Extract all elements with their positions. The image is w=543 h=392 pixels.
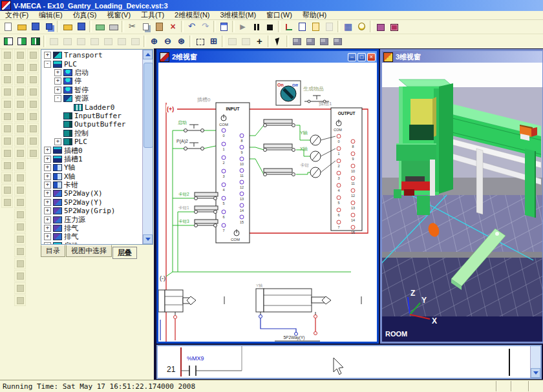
palette-tool-icon[interactable] — [1, 86, 13, 98]
palette-tool-icon[interactable] — [14, 61, 26, 73]
window-cascade-icon[interactable] — [290, 36, 304, 48]
scroll-up-icon[interactable] — [143, 50, 153, 59]
scroll-down-icon[interactable] — [143, 234, 153, 244]
pause-icon[interactable] — [250, 21, 263, 33]
menu-item-5[interactable]: 2维模型(N) — [169, 10, 215, 20]
menu-item-6[interactable]: 3维模型(M) — [215, 10, 262, 20]
tree-item-17[interactable]: +5P2Way(Y) — [41, 198, 143, 207]
help-book-icon[interactable] — [387, 21, 401, 33]
palette-tool-icon[interactable] — [14, 270, 26, 282]
palette-tool-icon[interactable] — [1, 61, 13, 73]
tree-expander-icon[interactable]: + — [54, 138, 61, 145]
tree-expander-icon[interactable]: + — [44, 173, 51, 180]
palette-tool-icon[interactable] — [14, 294, 26, 306]
palette-tool-icon[interactable] — [14, 258, 26, 269]
ladder-scroll-down-icon[interactable] — [531, 368, 540, 378]
palette-tool-icon[interactable] — [27, 110, 39, 122]
tree-item-13[interactable]: +Y轴 — [41, 163, 143, 172]
grid-table-icon[interactable]: ▦ — [341, 21, 355, 33]
tree-item-21[interactable]: +排气 — [41, 232, 143, 241]
select-rect-icon[interactable] — [193, 36, 207, 48]
tree-item-11[interactable]: +插槽0 — [41, 146, 143, 154]
menu-item-1[interactable]: 编辑(E) — [34, 10, 68, 20]
tree-item-1[interactable]: -PLC — [41, 59, 143, 68]
undo-icon[interactable]: ↶ — [185, 21, 198, 33]
zoom-in-icon[interactable]: ⊕ — [147, 36, 161, 48]
ladder-scrollbar[interactable] — [530, 346, 540, 378]
play-icon[interactable]: ▶ — [236, 21, 250, 33]
tree-item-12[interactable]: +插槽1 — [41, 155, 143, 163]
tree-item-2[interactable]: +启动 — [41, 68, 143, 77]
open-icon[interactable] — [15, 21, 28, 33]
window-2d-titlebar[interactable]: 2维视窗 – □ × — [158, 51, 377, 63]
save-all-icon[interactable] — [42, 21, 56, 33]
tree-expander-icon[interactable]: + — [44, 147, 51, 154]
tree-tab-0[interactable]: 目录 — [41, 245, 65, 257]
save-icon[interactable] — [28, 21, 42, 33]
tree-expander-icon[interactable]: + — [44, 233, 51, 240]
redo-icon[interactable]: ↷ — [198, 21, 212, 33]
tree-item-16[interactable]: +5P2Way(X) — [41, 189, 143, 198]
palette-tool-icon[interactable] — [14, 86, 26, 98]
palette-tool-icon[interactable] — [14, 160, 26, 171]
tree-item-9[interactable]: 控制 — [41, 129, 143, 138]
tree-expander-icon[interactable]: + — [44, 199, 51, 206]
tree-item-15[interactable]: +卡钳 — [41, 181, 143, 189]
palette-tool-icon[interactable] — [14, 245, 26, 257]
palette-tool-icon[interactable] — [14, 184, 26, 196]
wire-connect-icon[interactable] — [282, 21, 295, 33]
tree-item-8[interactable]: OutputBuffer — [41, 120, 143, 129]
print-icon[interactable] — [107, 21, 120, 33]
tree-expander-icon[interactable]: + — [44, 52, 51, 59]
pointer-select-icon[interactable] — [272, 36, 285, 48]
open-model-icon[interactable] — [61, 21, 74, 33]
palette-tool-icon[interactable] — [27, 147, 39, 159]
tree-expander-icon[interactable]: + — [54, 69, 61, 76]
zoom-window-icon[interactable]: ⊞ — [207, 36, 220, 48]
tree-expander-icon[interactable]: - — [54, 95, 61, 102]
tree-tab-2[interactable]: 层叠 — [112, 247, 137, 259]
tree-item-20[interactable]: +排气 — [41, 224, 143, 232]
palette-tool-icon[interactable] — [1, 110, 13, 122]
window-3d-titlebar[interactable]: 3维视窗 — [382, 51, 542, 63]
layout-2d3d-icon[interactable] — [15, 36, 28, 48]
palette-tool-icon[interactable] — [27, 98, 39, 110]
palette-tool-icon[interactable] — [1, 98, 13, 110]
hint-bulb-icon[interactable] — [355, 21, 368, 33]
layout-split-icon[interactable] — [28, 36, 42, 48]
palette-tool-icon[interactable] — [27, 61, 39, 73]
scroll-thumb[interactable] — [144, 63, 153, 148]
tree-tab-1[interactable]: 视图中选择 — [66, 245, 112, 257]
window-3d-view[interactable]: 3维视窗 — [380, 49, 543, 344]
new-icon[interactable] — [1, 21, 15, 33]
circuit-diagram-canvas[interactable]: (+) (-) On Off 生成物品 — [158, 63, 377, 342]
tree-item-3[interactable]: +停 — [41, 77, 143, 85]
tree-item-19[interactable]: +压力源 — [41, 215, 143, 223]
close-icon[interactable]: × — [367, 53, 376, 61]
output-block[interactable] — [331, 108, 362, 231]
save-model-icon[interactable] — [74, 21, 88, 33]
paste-icon[interactable] — [153, 21, 166, 33]
palette-tool-icon[interactable] — [1, 74, 13, 85]
palette-tool-icon[interactable] — [14, 98, 26, 110]
menu-item-3[interactable]: 视窗(V) — [101, 10, 136, 20]
knob-switch[interactable]: On Off — [276, 81, 301, 105]
palette-tool-icon[interactable] — [14, 135, 26, 147]
palette-tool-icon[interactable] — [14, 123, 26, 134]
palette-tool-icon[interactable] — [1, 147, 13, 159]
window-tile-vertical-icon[interactable] — [304, 36, 317, 48]
layout-2d-icon[interactable] — [1, 36, 15, 48]
tree-item-18[interactable]: +5P2Way(Grip) — [41, 207, 143, 215]
palette-tool-icon[interactable] — [27, 49, 39, 61]
tree-item-7[interactable]: InputBuffer — [41, 112, 143, 120]
tree-expander-icon[interactable]: + — [44, 181, 51, 189]
report-warning-icon[interactable] — [309, 21, 323, 33]
palette-tool-icon[interactable] — [14, 74, 26, 85]
window-arrange-icon[interactable] — [331, 36, 345, 48]
zoom-out-icon[interactable]: ⊖ — [161, 36, 175, 48]
tree-expander-icon[interactable]: + — [54, 77, 61, 85]
palette-tool-icon[interactable] — [14, 196, 26, 208]
delete-icon[interactable]: × — [166, 21, 180, 33]
tree-expander-icon[interactable]: + — [44, 216, 51, 223]
palette-tool-icon[interactable] — [1, 123, 13, 134]
